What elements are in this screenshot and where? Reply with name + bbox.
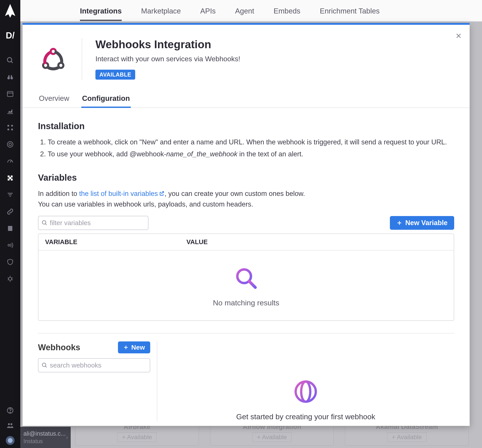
tab-apis[interactable]: APIs xyxy=(200,1,216,21)
col-variable: VARIABLE xyxy=(45,238,187,246)
team-icon[interactable] xyxy=(6,421,15,430)
svg-line-22 xyxy=(8,278,9,278)
search-icon[interactable] xyxy=(6,56,15,65)
new-variable-button[interactable]: New Variable xyxy=(390,216,454,230)
svg-point-38 xyxy=(59,64,62,67)
svg-line-25 xyxy=(12,280,13,280)
webhook-icon xyxy=(38,38,82,80)
svg-rect-6 xyxy=(7,92,13,97)
modal-tab-overview[interactable]: Overview xyxy=(38,91,70,107)
top-tabs: Integrations Marketplace APIs Agent Embe… xyxy=(20,0,482,22)
variables-table: VARIABLE VALUE No matching results xyxy=(38,233,454,321)
modal-subtitle: Interact with your own services via Webh… xyxy=(95,55,240,63)
empty-text: No matching results xyxy=(213,298,279,307)
svg-point-39 xyxy=(42,221,46,224)
shield-icon[interactable] xyxy=(6,258,15,266)
svg-point-30 xyxy=(8,438,13,443)
left-sidebar: D/ xyxy=(0,0,20,448)
svg-line-1 xyxy=(11,61,13,63)
external-link-icon xyxy=(159,189,164,195)
plus-icon xyxy=(123,345,129,350)
brand-text: D/ xyxy=(6,31,15,40)
builtin-vars-link[interactable]: the list of built-in variables xyxy=(79,190,164,198)
status-badge: AVAILABLE xyxy=(95,70,135,80)
svg-point-3 xyxy=(10,77,13,79)
new-webhook-button[interactable]: New xyxy=(118,341,150,353)
binoculars-icon[interactable] xyxy=(6,73,15,82)
variables-empty-state: No matching results xyxy=(39,250,454,320)
search-webhooks-input[interactable] xyxy=(38,358,150,372)
avatar[interactable] xyxy=(6,436,15,445)
svg-point-9 xyxy=(11,125,13,127)
webhooks-empty-text: Get started by creating your first webho… xyxy=(236,412,375,421)
close-icon[interactable] xyxy=(454,32,463,40)
svg-point-10 xyxy=(7,128,9,130)
webhooks-heading: Webhooks xyxy=(38,343,80,352)
target-icon[interactable] xyxy=(6,140,15,149)
svg-line-23 xyxy=(12,278,13,278)
svg-point-18 xyxy=(8,244,10,246)
plus-icon xyxy=(396,220,402,226)
svg-rect-5 xyxy=(11,75,12,77)
filter-variables-field[interactable] xyxy=(50,219,145,227)
datadog-logo[interactable] xyxy=(1,2,19,19)
svg-point-36 xyxy=(52,50,55,53)
installation-heading: Installation xyxy=(38,121,454,131)
install-step-1: To create a webhook, click on "New" and … xyxy=(48,137,454,147)
link-icon[interactable] xyxy=(6,207,15,216)
stream-icon[interactable] xyxy=(6,241,15,250)
tab-integrations[interactable]: Integrations xyxy=(80,1,122,21)
search-icon xyxy=(41,362,48,369)
dashboard-icon[interactable] xyxy=(6,89,15,98)
svg-line-14 xyxy=(10,160,11,162)
variables-intro: In addition to the list of built-in vari… xyxy=(38,188,454,210)
svg-point-0 xyxy=(7,57,12,62)
variables-heading: Variables xyxy=(38,173,454,183)
modal-title: Webhooks Integration xyxy=(95,38,240,51)
svg-line-40 xyxy=(45,224,47,225)
search-icon xyxy=(41,220,48,226)
svg-rect-4 xyxy=(8,75,10,77)
tab-marketplace[interactable]: Marketplace xyxy=(141,1,181,21)
filter-icon[interactable] xyxy=(6,190,15,199)
svg-point-19 xyxy=(9,277,12,280)
gauge-icon[interactable] xyxy=(6,157,15,166)
tab-agent[interactable]: Agent xyxy=(235,1,254,21)
svg-point-13 xyxy=(9,143,11,145)
webhooks-empty-state: Get started by creating your first webho… xyxy=(157,341,454,421)
svg-line-24 xyxy=(8,280,9,280)
svg-point-11 xyxy=(11,128,13,130)
tab-enrichment[interactable]: Enrichment Tables xyxy=(320,1,380,21)
modal-tab-configuration[interactable]: Configuration xyxy=(81,91,131,107)
svg-point-12 xyxy=(7,142,13,147)
svg-line-48 xyxy=(45,366,47,368)
chart-icon[interactable] xyxy=(6,106,15,115)
puzzle-icon[interactable] xyxy=(6,174,15,183)
col-value: VALUE xyxy=(187,238,447,246)
svg-point-2 xyxy=(7,77,10,79)
globe-icon xyxy=(293,379,318,406)
tab-embeds[interactable]: Embeds xyxy=(274,1,300,21)
svg-point-29 xyxy=(10,423,12,425)
filter-variables-input[interactable] xyxy=(38,216,148,230)
help-icon[interactable] xyxy=(6,406,15,415)
svg-line-44 xyxy=(249,281,255,288)
svg-point-37 xyxy=(44,64,47,67)
book-icon[interactable] xyxy=(6,224,15,233)
svg-point-27 xyxy=(10,412,10,412)
svg-point-28 xyxy=(8,423,10,425)
infra-icon[interactable] xyxy=(6,123,15,132)
install-step-2: To use your webhook, add @webhook-name_o… xyxy=(48,149,454,160)
bug-icon[interactable] xyxy=(6,274,15,283)
modal-tabs: Overview Configuration xyxy=(23,91,470,108)
search-webhooks-field[interactable] xyxy=(50,361,147,369)
install-steps: To create a webhook, click on "New" and … xyxy=(38,137,454,160)
svg-point-8 xyxy=(7,125,9,127)
integration-modal: Webhooks Integration Interact with your … xyxy=(23,23,470,426)
divider xyxy=(38,333,454,334)
svg-point-47 xyxy=(42,363,46,367)
magnifier-icon xyxy=(234,266,258,292)
